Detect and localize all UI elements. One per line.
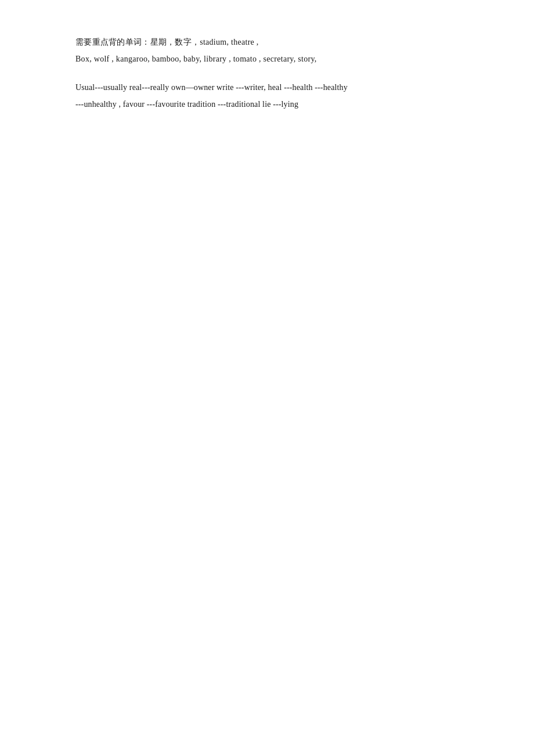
vocabulary-heading-line1: 需要重点背的单词：星期，数字，stadium, theatre , xyxy=(75,35,459,49)
word-pairs-block: Usual---usually real---really own—owner … xyxy=(75,80,459,112)
word-pairs-line2: ---unhealthy , favour ---favourite tradi… xyxy=(75,97,459,113)
word-pairs-line1: Usual---usually real---really own—owner … xyxy=(75,80,459,96)
vocabulary-heading-line2: Box, wolf , kangaroo, bamboo, baby, libr… xyxy=(75,52,459,66)
